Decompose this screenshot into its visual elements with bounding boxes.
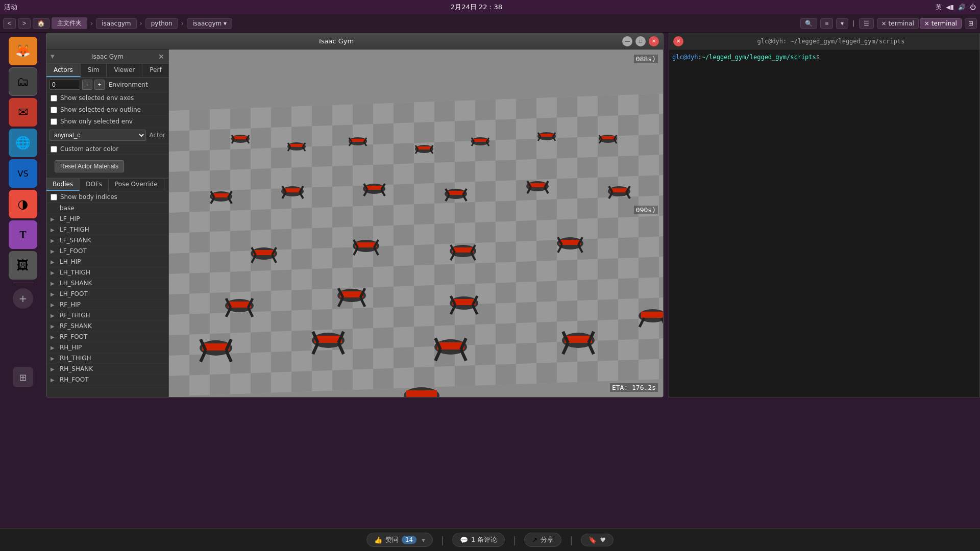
body-item-rf-hip[interactable]: ▶ RF_HIP [46, 299, 168, 310]
tab-actors[interactable]: Actors [46, 64, 81, 77]
home-button[interactable]: 🏠 [33, 18, 50, 29]
terminal-tab-close[interactable]: × [881, 20, 887, 27]
show-only-selected-label[interactable]: Show only selected env [60, 118, 133, 125]
taskbar-center: 2月24日 22：38 [451, 3, 502, 12]
app-grid-button[interactable]: ⊞ [13, 367, 33, 387]
robot-24 [562, 332, 595, 354]
bottom-bar: 👍 赞同 14 ▾ | 💬 1 条评论 | ↗ 分享 | 🔖 ♥ [0, 528, 980, 551]
comment-button[interactable]: 💬 1 条评论 [452, 533, 505, 547]
custom-color-checkbox[interactable] [51, 146, 57, 153]
body-item-lf-thigh[interactable]: ▶ LF_THIGH [46, 224, 168, 235]
reset-materials-button[interactable]: Reset Actor Materials [55, 160, 124, 172]
env-decrement-button[interactable]: - [82, 80, 92, 90]
show-axes-label[interactable]: Show selected env axes [60, 94, 134, 102]
terminal-tab2-close[interactable]: × [924, 20, 929, 27]
path-isaacgym[interactable]: isaacgym [96, 18, 136, 29]
svg-rect-18 [350, 139, 365, 142]
show-outline-label[interactable]: Show selected env outline [60, 106, 141, 113]
body-item-lh-thigh[interactable]: ▶ LH_THIGH [46, 267, 168, 278]
list-view-button[interactable]: ≡ [820, 18, 833, 29]
subtab-pose[interactable]: Pose Override [109, 179, 164, 191]
minimize-button[interactable]: — [622, 36, 632, 46]
add-app-button[interactable]: + [13, 288, 33, 309]
sidebar-icon-email[interactable]: ✉ [9, 98, 37, 127]
volume-icon: 🔊 [958, 4, 966, 11]
terminal-titlebar: ✕ glc@dyh: ~/legged_gym/legged_gym/scrip… [669, 33, 979, 49]
robot-9 [281, 186, 304, 198]
activities-label[interactable]: 活动 [4, 3, 17, 12]
view-options-button[interactable]: ▾ [836, 18, 848, 29]
robot-2 [287, 142, 306, 151]
search-button[interactable]: 🔍 [800, 18, 817, 29]
close-button[interactable]: ✕ [649, 36, 659, 46]
body-item-lh-shank[interactable]: ▶ LH_SHANK [46, 278, 168, 289]
sidebar-icon-collab[interactable]: ◑ [9, 190, 37, 218]
body-item-rf-thigh[interactable]: ▶ RF_THIGH [46, 310, 168, 321]
body-item-lf-shank[interactable]: ▶ LF_SHANK [46, 235, 168, 246]
body-item-lf-hip[interactable]: ▶ LF_HIP [46, 214, 168, 224]
path-home[interactable]: 主文件夹 [52, 17, 87, 29]
path-python[interactable]: python [145, 18, 178, 29]
actor-dropdown[interactable]: anymal_c [50, 130, 146, 141]
panel-close-button[interactable]: ✕ [158, 53, 164, 61]
actor-row: anymal_c Actor [46, 128, 168, 143]
nav-icon[interactable]: ⊞ [965, 18, 977, 29]
show-only-selected-checkbox[interactable] [51, 118, 57, 125]
app-icon[interactable]: 🦊 [9, 37, 37, 65]
menu-button[interactable]: ☰ [859, 18, 874, 29]
robot-16 [450, 245, 476, 260]
body-item-base[interactable]: base [46, 203, 168, 214]
body-item-rh-foot[interactable]: ▶ RH_FOOT [46, 374, 168, 385]
robot-25 [639, 309, 663, 327]
share-button[interactable]: ↗ 分享 [524, 533, 561, 547]
body-item-lh-foot[interactable]: ▶ LH_FOOT [46, 289, 168, 299]
terminal-prompt-1: glc@dyh [672, 54, 698, 61]
sidebar-icon-vscode[interactable]: VS [9, 159, 37, 188]
sidebar-icon-photo[interactable]: 🖼 [9, 251, 37, 280]
terminal-tab-1[interactable]: ×terminal [877, 18, 919, 29]
like-button[interactable]: 👍 赞同 14 ▾ [366, 533, 433, 547]
body-item-rh-thigh[interactable]: ▶ RH_THIGH [46, 353, 168, 364]
body-item-rf-foot[interactable]: ▶ RF_FOOT [46, 332, 168, 342]
custom-color-label[interactable]: Custom actor color [60, 145, 118, 153]
forward-button[interactable]: > [18, 18, 31, 29]
body-item-rf-shank[interactable]: ▶ RF_SHANK [46, 321, 168, 332]
terminal-body[interactable]: glc@dyh:~/legged_gym/legged_gym/scripts$ [669, 49, 979, 397]
show-indices-label[interactable]: Show body indices [60, 193, 117, 201]
path-isaacgym2[interactable]: isaacgym ▾ [187, 18, 232, 29]
sidebar-icon-files[interactable]: 🗂 [9, 67, 37, 96]
robot-11 [445, 189, 467, 201]
subtab-dofs[interactable]: DOFs [80, 179, 109, 191]
panel-header: ▼ Isaac Gym ✕ [46, 49, 168, 64]
body-item-rh-shank[interactable]: ▶ RH_SHANK [46, 364, 168, 374]
show-axes-checkbox[interactable] [51, 95, 57, 102]
show-indices-checkbox[interactable] [51, 194, 57, 201]
power-icon: ⏻ [970, 4, 976, 11]
body-arrow-lh-hip: ▶ [51, 259, 57, 265]
path-sep-2: › [140, 19, 142, 27]
viewport[interactable]: 088s) 090s) ETA: 176.2s [169, 49, 663, 397]
subtab-bodies[interactable]: Bodies [46, 179, 80, 191]
tab-perf[interactable]: Perf [142, 64, 169, 77]
terminal-tab-2[interactable]: ×terminal [920, 18, 962, 29]
like-icon: 👍 [374, 536, 382, 544]
robot-19 [337, 288, 366, 307]
body-item-rh-hip[interactable]: ▶ RH_HIP [46, 342, 168, 353]
body-item-lh-hip[interactable]: ▶ LH_HIP [46, 257, 168, 267]
robot-4 [415, 145, 433, 154]
sidebar-icon-text[interactable]: T [9, 220, 37, 249]
terminal-close[interactable]: ✕ [673, 36, 683, 46]
like-dropdown-arrow[interactable]: ▾ [422, 536, 425, 544]
maximize-button[interactable]: □ [635, 36, 646, 46]
robot-12 [526, 181, 549, 193]
show-outline-checkbox[interactable] [51, 107, 57, 113]
body-item-lf-foot[interactable]: ▶ LF_FOOT [46, 246, 168, 257]
env-input[interactable] [50, 80, 80, 90]
tab-sim[interactable]: Sim [81, 64, 107, 77]
back-button[interactable]: < [3, 18, 16, 29]
save-button[interactable]: 🔖 ♥ [581, 534, 614, 546]
tab-viewer[interactable]: Viewer [107, 64, 142, 77]
date-label: 2月24日 [451, 3, 477, 12]
sidebar-icon-vscode1[interactable]: 🌐 [9, 129, 37, 157]
env-increment-button[interactable]: + [94, 80, 105, 90]
